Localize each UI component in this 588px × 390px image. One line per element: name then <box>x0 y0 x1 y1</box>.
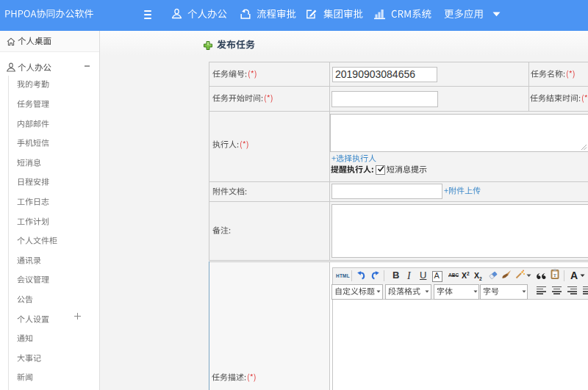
svg-text:T: T <box>553 272 557 278</box>
